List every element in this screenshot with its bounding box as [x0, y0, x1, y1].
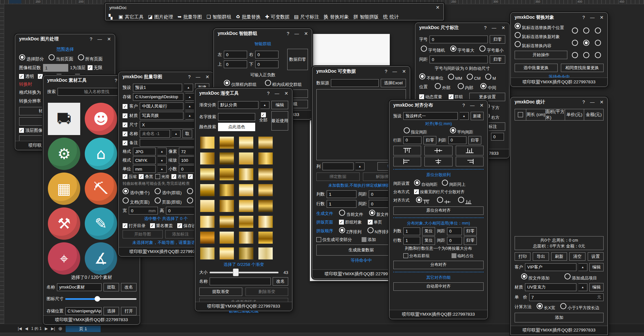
gradient-swatch-11[interactable]	[258, 168, 273, 181]
close-icon[interactable]: ✕	[436, 5, 440, 10]
gradient-swatch-3[interactable]	[258, 136, 273, 149]
gradient-swatch-30[interactable]	[239, 247, 254, 260]
dist-rows-input[interactable]: 1	[403, 237, 420, 245]
dropdown-arrow-icon[interactable]: ▲	[158, 148, 167, 155]
dist-col-gap-input[interactable]: 0	[447, 227, 462, 235]
reset-button[interactable]: 复位	[422, 227, 435, 236]
clear-button[interactable]: 清空	[569, 252, 585, 261]
close-icon[interactable]: ✕	[480, 103, 484, 108]
radio-selected-group[interactable]: 选中(群组)	[155, 188, 181, 196]
extract-button[interactable]: 提取	[104, 283, 119, 291]
toolbar-item-10[interactable]: 统统计	[383, 14, 399, 20]
gradient-swatch-2[interactable]	[239, 136, 254, 149]
refresh-button[interactable]: 刷新	[551, 252, 567, 261]
zero-button[interactable]: 归零	[464, 236, 477, 245]
minimize-icon[interactable]: —	[590, 15, 595, 20]
gradient-swatch-28[interactable]	[200, 247, 215, 260]
checkbox-smooth[interactable]: ✓ 光滑	[155, 174, 169, 180]
radio-outside[interactable]: 外部	[435, 83, 451, 91]
anchor-radio[interactable]	[595, 52, 601, 58]
gradient-swatch-22[interactable]	[239, 215, 254, 228]
name-input[interactable]: 未命名 -1	[140, 130, 170, 138]
material-tile-6[interactable]: ⚒	[48, 207, 80, 240]
radio-length-width[interactable]: 长X宽	[537, 303, 555, 311]
material-tile-5[interactable]: ⛏	[85, 173, 117, 205]
last-page-button[interactable]: ▶|	[51, 326, 55, 331]
gradient-swatch-0[interactable]	[200, 136, 215, 149]
help-icon[interactable]: ?	[90, 37, 92, 42]
minimize-icon[interactable]: —	[97, 37, 102, 42]
material-tile-9[interactable]: ∡	[85, 242, 117, 275]
radio-current-file[interactable]: 当前文件	[339, 210, 363, 217]
close-icon[interactable]: ✕	[304, 31, 308, 36]
radio-replace-new-object[interactable]: 鼠标连选替换新对象	[515, 32, 560, 40]
radio-inside-only[interactable]: 仅限框内群组	[224, 80, 257, 88]
close-icon[interactable]: ✕	[205, 74, 209, 79]
size-slider[interactable]	[210, 272, 278, 273]
delete-gradient-button[interactable]: 删除渐变	[246, 288, 289, 296]
rows-input[interactable]: 1	[327, 200, 356, 208]
help-icon[interactable]: ?	[115, 78, 117, 83]
checkbox-overwrite[interactable]: ✓ 重名覆盖	[150, 223, 173, 229]
bind-data-button[interactable]: 绑定数据	[316, 173, 360, 181]
gradient-swatch-21[interactable]	[219, 215, 234, 228]
width-input[interactable]: 0mm	[129, 207, 158, 215]
dropdown-arrow-icon[interactable]: ▲	[355, 163, 365, 170]
close-icon[interactable]: ✕	[107, 37, 111, 42]
add-button[interactable]: 添加	[515, 313, 604, 322]
toolbar-item-3[interactable]: ➥批量导图	[178, 14, 202, 20]
checkbox-nolimit[interactable]: ✓ 无限	[88, 65, 103, 71]
radio-add-by-file[interactable]: 按文件添加	[521, 273, 550, 281]
minimize-icon[interactable]: —	[470, 103, 475, 108]
storage-path-input[interactable]: C:\Users\pengyi\App	[65, 307, 102, 315]
mode-select[interactable]: CMYK	[133, 156, 156, 164]
gradient-swatch-15[interactable]	[258, 184, 273, 196]
gradient-swatch-26[interactable]	[239, 231, 254, 244]
radio-m[interactable]: M	[485, 74, 496, 81]
align-top-button[interactable]	[393, 146, 421, 155]
radio-same-gap[interactable]: 间距同上	[442, 180, 465, 187]
close-icon[interactable]: ✕	[501, 25, 505, 30]
gap2-input[interactable]: 0	[491, 133, 504, 141]
gradient-swatch-14[interactable]	[239, 184, 254, 196]
gradient-swatch-24[interactable]	[200, 231, 215, 244]
checkbox-all[interactable]: ✓	[261, 112, 266, 117]
dropdown-arrow-icon[interactable]: ▲	[172, 130, 180, 138]
smart-group-link[interactable]: 智能群组	[255, 41, 271, 47]
slider-thumb[interactable]	[233, 268, 239, 276]
customer-input[interactable]: 中国人民银行	[140, 102, 183, 110]
dist-row-gap-input[interactable]: 0	[447, 237, 462, 245]
select-excel-button[interactable]: 选择Excel	[381, 79, 406, 87]
radio-mm[interactable]: MM	[448, 74, 462, 81]
gradient-swatch-27[interactable]	[258, 231, 273, 244]
add-page-button[interactable]: ⊕	[58, 326, 62, 331]
align-left-button[interactable]	[393, 157, 421, 166]
extract-gradient-button[interactable]: 提取渐变	[199, 288, 242, 296]
new-preset-button[interactable]: 新建	[471, 112, 484, 120]
material-name-input[interactable]: ymxkDoc素材	[57, 283, 102, 291]
toolbar-item-0[interactable]: ▚	[109, 14, 114, 20]
minimize-icon[interactable]: —	[492, 25, 496, 30]
radio-average-gap[interactable]: 平均间距	[450, 127, 473, 135]
checkbox-material[interactable]: ✓	[123, 113, 127, 118]
gradient-swatch-12[interactable]	[200, 184, 215, 196]
minimize-icon[interactable]: —	[275, 91, 279, 96]
recent-use-button[interactable]: 最近使用	[271, 111, 288, 131]
gradient-swatch-19[interactable]	[258, 200, 273, 212]
toolbar-item-9[interactable]: 拼智能拼版	[353, 14, 378, 20]
toolbar-item-2[interactable]: ◪图片处理	[148, 14, 173, 20]
inplace-distribute-button[interactable]: 原位分布对齐	[393, 206, 484, 215]
export-button[interactable]: 导出	[533, 252, 549, 261]
radio-font-max[interactable]: 字号最大	[450, 46, 475, 53]
checkbox-temp-placeholder[interactable]: ■ 临时占位	[452, 253, 474, 259]
material-tile-4[interactable]: ▦	[48, 173, 80, 205]
anchor-radio[interactable]	[583, 27, 589, 34]
zero-button[interactable]: 归零	[490, 55, 505, 64]
checkbox-dynamic-measure[interactable]: ✓ 动态度量	[419, 94, 442, 100]
material-select[interactable]: UV亚克力	[525, 283, 576, 291]
align-right-button[interactable]	[456, 157, 484, 166]
rename-button[interactable]: 改名	[273, 277, 288, 286]
left-input[interactable]: 0	[224, 51, 247, 58]
toolbar-item-7[interactable]: ▤尺寸标注	[294, 14, 319, 20]
minimize-icon[interactable]: —	[392, 69, 397, 74]
